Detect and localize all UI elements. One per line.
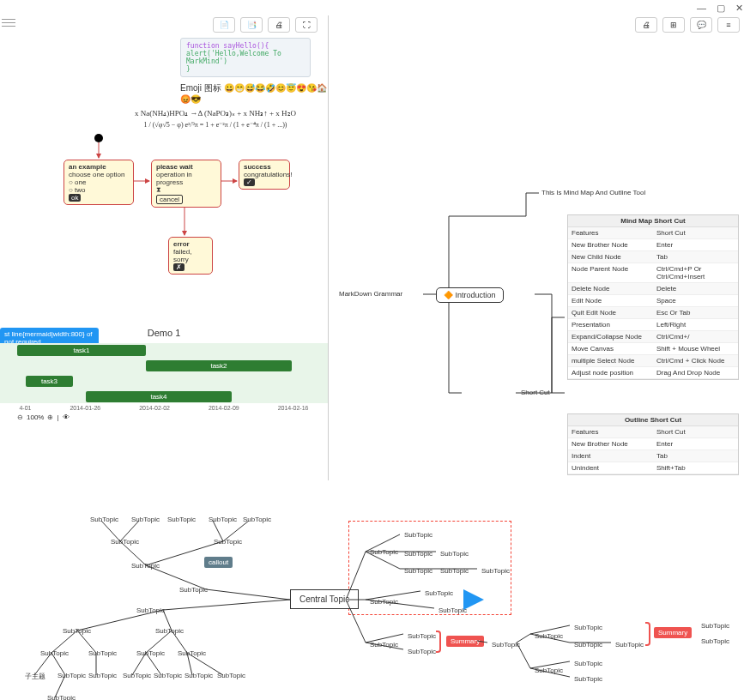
gantt-chart: task1 task2 task3 task4 (0, 343, 328, 403)
formula-2: 1 / (√φ√5 − φ) e²/⁵π = 1 + e⁻²π / (1 + e… (120, 121, 311, 129)
mm-table-mindmap: Mind Map Short Cut FeaturesShort CutNew … (567, 214, 739, 380)
rtool-grid[interactable]: ⊞ (662, 17, 685, 33)
mm-shortcut[interactable]: Short Cut (521, 389, 550, 396)
state-success: success congratulations! ✓ (239, 160, 290, 190)
summary-1: Summary (446, 636, 484, 647)
preview-icon[interactable]: 👁 (63, 413, 70, 421)
start-node (94, 134, 103, 142)
editor-pane: 📄 📑 🖨 ⛶ function sayHello(){ alert('Hell… (0, 15, 328, 480)
emoji-row: Emoji 图标 😀😁😅😂🤣😊😇😍😘🏠😡😎 (0, 81, 328, 106)
minimize-button[interactable]: — (697, 3, 706, 13)
tool-print[interactable]: 🖨 (268, 17, 290, 33)
state-wait: please wait operation in progress ⧗ canc… (151, 160, 221, 208)
state-diagram: an example choose one option ○ one ○ two… (0, 134, 328, 297)
tool-fullscreen[interactable]: ⛶ (295, 17, 318, 33)
intro-icon: 🔶 (444, 291, 453, 299)
summary-2: Summary (654, 627, 692, 638)
titlebar: — ▢ ✕ (0, 0, 750, 15)
mm-table-outline: Outline Short Cut FeaturesShort CutNew B… (567, 413, 739, 475)
code-block: function sayHello(){ alert('Hello,Welcom… (180, 38, 311, 77)
zoom-out-icon[interactable]: ⊖ (17, 413, 23, 421)
mm-desc: This Is Mind Map And Outline Tool (541, 189, 645, 196)
summary-bracket-2 (645, 622, 650, 646)
rtool-list[interactable]: ≡ (717, 17, 740, 33)
triangle-icon (463, 589, 484, 610)
state-example: an example choose one option ○ one ○ two… (64, 160, 134, 205)
tool-doc[interactable]: 📄 (213, 17, 235, 33)
gantt-dates: 4-012014-01-262014-02-022014-02-092014-0… (0, 405, 328, 411)
mindmap-example[interactable]: Central Topic SubTopic SubTopic SubTopic… (0, 494, 750, 700)
mm-grammar[interactable]: MarkDown Grammar (339, 290, 402, 298)
rtool-print[interactable]: 🖨 (635, 17, 657, 33)
zoom-level: 100% (27, 413, 44, 421)
central-topic[interactable]: Central Topic (290, 589, 359, 609)
close-button[interactable]: ✕ (735, 3, 743, 14)
preview-pane: 🖨 ⊞ 💬 ≡ 🔶 Introduction This Is Mind Map … (328, 15, 750, 480)
state-error: error failed, sorry ✗ (168, 237, 213, 275)
zoom-control[interactable]: ⊖ 100% ⊕ | 👁 (17, 413, 70, 421)
summary-bracket (436, 631, 441, 653)
mm-intro[interactable]: 🔶 Introduction (436, 287, 504, 303)
maximize-button[interactable]: ▢ (717, 3, 725, 14)
rtool-comment[interactable]: 💬 (690, 17, 712, 33)
gantt-area: st line{mermaid|width:800} of not requir… (0, 328, 328, 411)
tool-copy[interactable]: 📑 (240, 17, 263, 33)
callout: callout (204, 557, 233, 568)
menu-icon[interactable] (0, 15, 17, 29)
zoom-in-icon[interactable]: ⊕ (47, 413, 53, 421)
formula-1: x Na(NH₄)HPO₄ →Δ (NaPO₃)ₓ + x NH₃↑ + x H… (120, 109, 311, 118)
mindmap[interactable]: 🔶 Introduction This Is Mind Map And Outl… (329, 34, 750, 480)
